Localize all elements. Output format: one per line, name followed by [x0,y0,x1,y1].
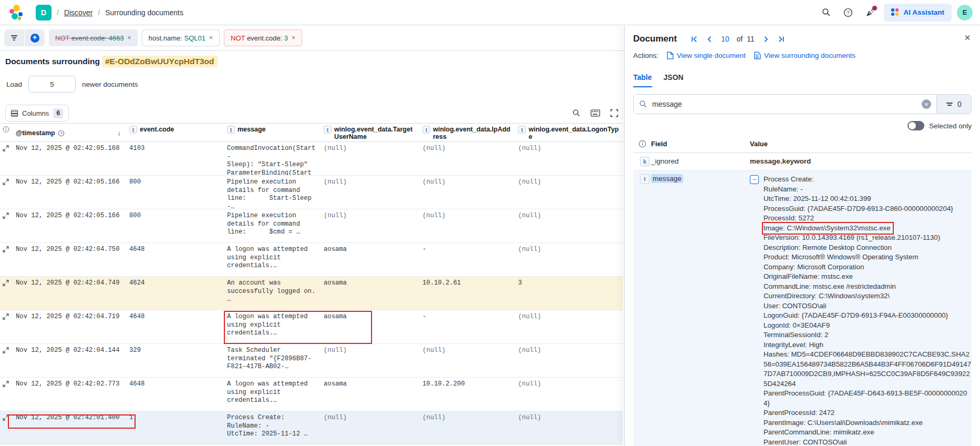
fullscreen-icon[interactable] [607,106,621,120]
next-document-icon[interactable] [762,35,770,43]
newer-documents-label: newer documents [82,80,138,88]
message-line: ProcessGuid: {7ADAE45F-D7D9-6913-C860-00… [764,204,973,214]
timestamp-cell: Nov 12, 2025 @ 02:42:05.168 [13,142,126,175]
message-line: TerminalSessionId: 2 [764,330,973,340]
close-icon[interactable]: ✕ [961,32,974,44]
message-value: Process Create: RuleName: - UtcTime: 202… [764,175,973,446]
tab-json[interactable]: JSON [664,73,684,87]
document-pagination: 10 of 11 [690,35,785,43]
last-document-icon[interactable] [777,35,785,43]
field-column-header: Field [651,140,750,148]
table-row[interactable]: Nov 12, 2025 @ 02:42:05.166 800 Pipeline… [0,176,623,209]
documents-icon [754,52,761,59]
keyboard-shortcuts-icon[interactable] [589,106,602,120]
expand-document-icon[interactable] [0,243,13,276]
ai-assistant-button[interactable]: AI Assistant [884,4,952,22]
expand-document-icon[interactable] [0,209,13,242]
text-field-type-icon: t [227,126,235,134]
ip-address-cell: (null) [419,344,515,377]
expand-document-icon[interactable] [0,277,13,310]
column-header-logon-type[interactable]: t winlog.event_data.LogonType [515,124,623,143]
table-row[interactable]: Nov 12, 2025 @ 02:42:05.166 800 Pipeline… [0,209,623,243]
field-row-message[interactable]: t message − Process Create: RuleName: - … [633,170,972,446]
info-icon [638,140,646,148]
clear-search-icon[interactable]: ✕ [922,99,931,109]
column-header-target-username[interactable]: t winlog.event_data.TargetUserName [321,124,419,143]
news-feed-icon[interactable] [862,4,879,21]
timestamp-cell: Nov 12, 2025 @ 02:42:04.144 [13,344,126,377]
column-header-timestamp[interactable]: @timestamp ↓ [13,124,126,143]
first-document-icon[interactable] [690,35,698,43]
elastic-logo[interactable] [8,5,24,21]
column-header-event-code[interactable]: t event.code [126,124,224,143]
field-filter-button[interactable]: 0 [936,95,971,114]
logon-type-cell: (null) [515,209,623,242]
table-row[interactable]: Nov 12, 2025 @ 02:42:04.750 4648 A logon… [0,243,623,277]
user-avatar[interactable]: E [957,5,973,21]
table-row[interactable]: Nov 12, 2025 @ 02:42:04.719 4648 A logon… [0,310,623,344]
remove-filter-icon[interactable]: × [128,34,131,42]
logon-type-cell: (null) [515,411,623,444]
column-header-message[interactable]: t message [224,124,321,143]
svg-text:?: ? [847,9,850,15]
add-filter-button[interactable]: + [25,29,45,46]
help-icon[interactable]: ? [840,4,857,21]
message-cell: Pipeline execution details for command l… [224,176,321,209]
filter-pill-disabled[interactable]: NOT event.code: 4663 × [49,29,138,46]
columns-icon [11,110,18,117]
table-row[interactable]: Nov 12, 2025 @ 02:42:02.773 4648 A logon… [0,378,623,411]
expand-document-icon[interactable] [0,411,13,444]
table-row[interactable]: Nov 12, 2025 @ 02:42:04.144 329 Task Sch… [0,344,623,378]
table-row[interactable]: Nov 12, 2025 @ 02:42:01.400 1 Process Cr… [0,411,623,445]
target-username-cell: aosama [321,243,419,276]
message-line: FileVersion: 10.0.14393.4169 (rs1_releas… [764,233,973,243]
field-row-ignored[interactable]: k _ignored message.keyword [633,153,972,170]
message-line: Product: Microsoft® Windows® Operating S… [764,252,973,262]
view-surrounding-documents-link[interactable]: View surrounding documents [754,52,855,59]
message-line: LogonGuid: {7ADAE45F-D7D9-6913-F94A-E003… [764,311,973,321]
expand-document-icon[interactable] [0,176,13,209]
timestamp-cell: Nov 12, 2025 @ 02:42:04.750 [13,243,126,276]
expand-document-icon[interactable] [0,378,13,411]
table-row[interactable]: Nov 12, 2025 @ 02:42:05.168 4103 Command… [0,142,623,176]
previous-document-icon[interactable] [706,35,714,43]
breadcrumb-separator: / [98,8,100,17]
message-line: ParentProcessGuid: {7ADAE45F-D643-6913-B… [764,389,973,408]
global-search-icon[interactable] [818,4,834,21]
column-header-ip-address[interactable]: t winlog.event_data.IpAddress [419,124,515,143]
filter-menu-button[interactable] [4,29,24,46]
expand-document-icon[interactable] [0,142,13,175]
fields-table-header: Field Value [633,137,972,153]
grid-search-icon[interactable] [570,106,583,120]
view-single-document-link[interactable]: View single document [667,52,746,59]
tab-table[interactable]: Table [633,73,652,87]
event-code-cell: 4624 [126,277,224,310]
selected-only-toggle[interactable] [907,121,924,130]
breadcrumb-separator: / [57,8,59,17]
remove-filter-icon[interactable]: × [292,34,295,42]
event-code-cell: 4103 [126,142,224,175]
message-cell: Pipeline execution details for command l… [224,209,321,242]
space-avatar[interactable]: D [36,5,51,21]
field-search-input[interactable] [652,100,917,108]
collapse-value-icon[interactable]: − [750,175,759,184]
filter-pill-hostname[interactable]: host.name: SQL01 × [142,29,220,46]
table-row[interactable]: Nov 12, 2025 @ 02:42:04.749 4624 An acco… [0,277,623,310]
field-search-control: ✕ 0 [633,94,972,114]
timestamp-cell: Nov 12, 2025 @ 02:42:05.166 [13,209,126,242]
message-cell: Process Create: RuleName: - UtcTime: 202… [224,411,321,444]
expand-document-icon[interactable] [0,344,13,377]
document-flyout-panel: ✕ Document 10 of 11 Actions: View single… [624,25,980,446]
sort-descending-icon[interactable]: ↓ [118,129,123,137]
remove-filter-icon[interactable]: × [209,34,213,42]
newer-documents-count-input[interactable] [28,76,76,93]
message-cell: CommandInvocation(Start- Sleep): "Start-… [224,142,321,175]
columns-button[interactable]: Columns 6 [5,105,69,121]
breadcrumb-discover-link[interactable]: Discover [64,8,92,17]
expand-document-icon[interactable] [0,310,13,343]
message-line: CurrentDirectory: C:\Windows\system32\ [764,291,973,301]
message-line: OriginalFileName: mstsc.exe [764,272,973,282]
message-line: Process Create: [764,175,973,185]
filter-pill-negated[interactable]: NOT event.code: 3 × [224,29,302,46]
ip-address-cell: 10.10.2.200 [419,378,515,411]
